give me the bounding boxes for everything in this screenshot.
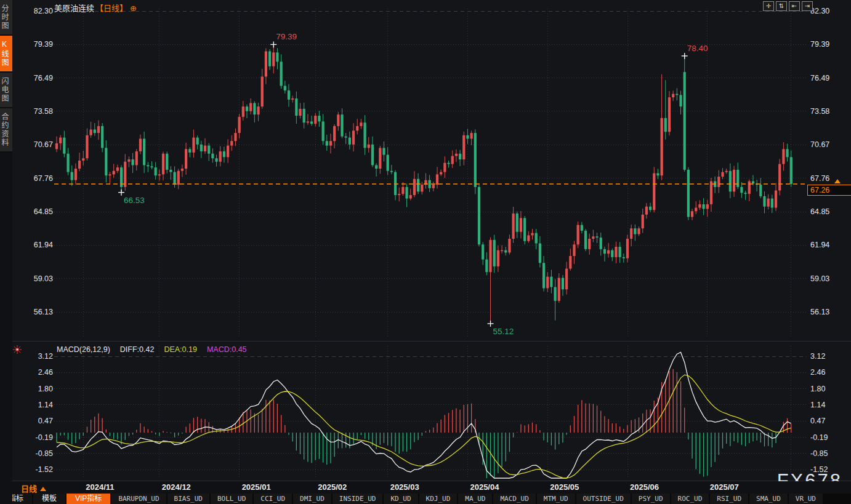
indicator-button-roc_ud[interactable]: ROC_UD [671,494,709,504]
fit-x-axis-icon[interactable]: ⇤ [789,1,800,11]
x-axis-label: 2025/05 [550,482,579,492]
macd-chart-canvas[interactable]: 3.123.122.462.461.801.801.141.140.470.47… [0,342,851,481]
price-tick-label: 70.67 [34,140,53,149]
macd-tick-label: -0.19 [810,433,828,442]
price-tick-label: 64.85 [34,207,53,216]
sidebar-item-contract-info[interactable]: 合约资料 [0,108,12,153]
macd-tick-label: 1.14 [38,401,53,409]
sidebar-item-flash-chart[interactable]: 闪电图 [0,73,12,108]
price-tick-label: 73.58 [810,107,829,116]
x-axis-label: 2025/06 [630,482,659,492]
tab-templates[interactable]: 模板 [33,494,65,504]
price-tick-label: 76.49 [810,74,829,82]
macd-histogram [57,369,791,478]
pan-right-icon[interactable]: ⇥ [802,1,813,11]
indicator-button-mtm_ud[interactable]: MTM_UD [537,494,575,504]
sidebar-item-time-chart[interactable]: 分时图 [0,0,12,36]
indicator-button-sma_ud[interactable]: SMA_UD [749,494,788,504]
price-tick-label: 67.76 [810,174,829,183]
live-dot-icon [13,345,22,354]
period-tag: 【日线】 [95,4,127,13]
indicator-button-ma_ud[interactable]: MA_UD [458,494,492,504]
indicator-toolbar: 指标模板VIP指标BARUPDN_UDBIAS_UDBOLL_UDCCI_UDD… [0,494,851,504]
macd-tick-label: 1.14 [810,401,825,409]
macd-tick-label: -0.85 [36,449,54,458]
period-selector[interactable]: 日线 [21,482,46,494]
macd-tick-label: 3.12 [810,352,825,361]
price-tick-label: 64.85 [810,207,829,216]
x-axis-label: 2025/07 [710,482,739,492]
price-chart-canvas[interactable]: 82.3082.3079.3979.3976.4976.4973.5873.58… [0,0,851,342]
price-gridlines: 82.3082.3079.3979.3976.4976.4973.5873.58… [34,7,830,338]
current-price-tag: 67.26 [807,185,851,196]
macd-label-row: MACD(26,12,9) DIFF:0.42 DEA:0.19 MACD:0.… [57,345,247,354]
extreme-price-label: 55.12 [493,327,514,336]
indicator-button-cci_ud[interactable]: CCI_UD [254,494,292,504]
macd-tick-label: 0.47 [810,417,825,425]
macd-tick-label: 1.80 [810,385,825,393]
extreme-price-label: 66.53 [124,196,145,205]
macd-tick-label: -1.52 [36,465,54,474]
indicator-button-rsi_ud[interactable]: RSI_UD [710,494,748,504]
price-tick-label: 59.03 [810,274,829,283]
macd-tick-label: 2.46 [810,368,825,377]
price-tick-label: 82.30 [34,7,53,15]
macd-tick-label: 0.47 [38,417,53,425]
macd-tick-label: -0.19 [36,433,54,442]
extreme-price-label: 78.40 [687,44,708,53]
x-axis-label: 2025/02 [318,482,347,492]
macd-tick-label: 3.12 [38,352,53,361]
macd-diff-label: DIFF:0.42 [120,345,155,354]
crosshair-icon[interactable]: ✛ [763,1,774,11]
x-axis-label: 2025/03 [390,482,419,492]
x-axis-label: 2024/11 [86,482,114,492]
x-axis-label: 2025/01 [242,482,271,492]
price-tick-label: 61.94 [34,241,53,249]
indicator-button-vr_ud[interactable]: VR_UD [789,494,823,504]
price-tick-label: 67.76 [34,174,53,183]
trading-app-window: 分时图 K线图 闪电图 合约资料 美原油连续【日线】⊕ ✛⇅⇤⇥ 82.3082… [0,0,851,504]
extreme-price-label: 79.39 [276,32,297,41]
indicator-button-inside_ud[interactable]: INSIDE_UD [333,494,383,504]
sidebar: 分时图 K线图 闪电图 合约资料 [0,0,12,504]
price-tick-label: 59.03 [34,274,53,283]
fit-y-axis-icon[interactable]: ⇅ [776,1,787,11]
macd-param-label: MACD(26,12,9) [57,345,110,354]
triangle-up-icon [40,487,46,491]
x-axis-label: 2025/04 [470,482,499,492]
price-up-arrow-icon [834,179,841,183]
price-tick-label: 70.67 [810,140,829,149]
symbol-title: 美原油连续 [54,4,94,13]
sidebar-item-kline-chart[interactable]: K线图 [0,36,12,73]
indicator-button-kd_ud[interactable]: KD_UD [384,494,417,504]
chart-header: 美原油连续【日线】⊕ [54,2,137,14]
price-tick-label: 82.30 [810,7,829,15]
indicator-button-dmi_ud[interactable]: DMI_UD [293,494,331,504]
x-axis-label: 2024/12 [162,482,191,492]
price-tick-label: 79.39 [810,40,829,49]
circle-plus-icon[interactable]: ⊕ [130,4,137,13]
tab-vip-indicators[interactable]: VIP指标 [67,494,110,504]
macd-tick-label: 1.80 [38,385,53,393]
macd-tick-label: 2.46 [38,368,53,377]
indicator-button-outside_ud[interactable]: OUTSIDE_UD [576,494,631,504]
indicator-button-macd_ud[interactable]: MACD_UD [493,494,535,504]
indicator-button-barupdn_ud[interactable]: BARUPDN_UD [111,494,166,504]
macd-gridlines: 3.123.122.462.461.801.801.141.140.470.47… [36,346,828,479]
price-tick-label: 76.49 [34,74,53,82]
indicator-button-psy_ud[interactable]: PSY_UD [632,494,670,504]
macd-macd-label: MACD:0.45 [207,345,247,354]
chart-scale-controls: ✛⇅⇤⇥ [763,1,813,11]
indicator-button-boll_ud[interactable]: BOLL_UD [211,494,252,504]
macd-tick-label: -0.85 [810,449,828,458]
price-tick-label: 79.39 [34,40,53,49]
period-selector-label: 日线 [21,484,37,494]
x-axis-row: 日线 2024/112024/122025/012025/022025/0320… [12,481,851,494]
indicator-button-kdj_ud[interactable]: KDJ_UD [419,494,458,504]
macd-dea-label: DEA:0.19 [164,345,197,354]
price-tick-label: 56.13 [34,308,53,316]
indicator-button-bias_ud[interactable]: BIAS_UD [167,494,209,504]
price-tick-label: 56.13 [810,308,829,316]
price-tick-label: 61.94 [810,241,829,249]
price-tick-label: 73.58 [34,107,53,116]
